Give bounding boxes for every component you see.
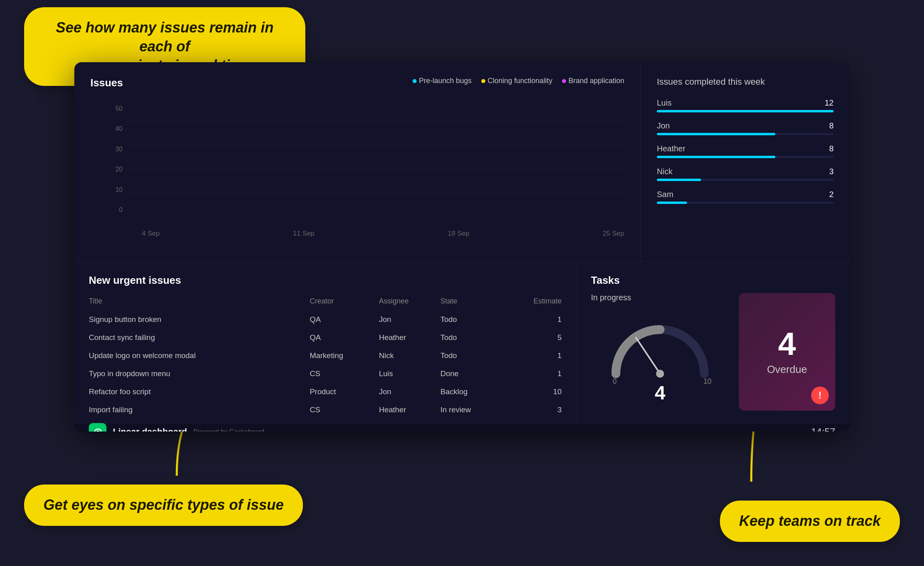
person-row-jon: Jon 8 xyxy=(657,121,834,135)
cell-assignee: Luis xyxy=(379,365,440,383)
legend-label-brand: Brand application xyxy=(568,77,624,85)
cell-creator: QA xyxy=(310,329,379,347)
x-label-11sep: 11 Sep xyxy=(293,230,315,238)
person-count-sam: 2 xyxy=(829,190,834,199)
gauge-number: 4 xyxy=(655,382,666,404)
cell-creator: QA xyxy=(310,311,379,329)
tasks-title: Tasks xyxy=(591,274,835,287)
chart-panel: Issues Pre-launch bugs Cloning functiona… xyxy=(74,62,641,262)
person-name-heather: Heather xyxy=(657,144,685,153)
cell-creator: CS xyxy=(310,401,379,419)
person-bar-track-nick xyxy=(657,179,834,181)
col-title: Title xyxy=(89,295,310,311)
cell-title: Update logo on welcome modal xyxy=(89,347,310,365)
cell-assignee: Heather xyxy=(379,401,440,419)
col-creator: Creator xyxy=(310,295,379,311)
col-state: State xyxy=(440,295,503,311)
footer-time: 14:57 xyxy=(811,426,835,432)
y-label-30: 30 xyxy=(115,146,123,153)
person-bar-fill-luis xyxy=(657,110,834,112)
table-row: Signup button broken QA Jon Todo 1 xyxy=(89,311,562,329)
cell-title: Contact sync failing xyxy=(89,329,310,347)
cell-state: Todo xyxy=(440,347,503,365)
y-label-10: 10 xyxy=(115,186,123,193)
legend-dot-cloning xyxy=(481,79,485,83)
x-label-4sep: 4 Sep xyxy=(142,230,159,238)
person-bar-fill-nick xyxy=(657,179,701,181)
cell-title: Refactor foo script xyxy=(89,383,310,401)
overdue-label: Overdue xyxy=(767,363,807,376)
top-section: Issues Pre-launch bugs Cloning functiona… xyxy=(74,62,850,262)
cell-estimate: 5 xyxy=(503,329,562,347)
cell-estimate: 3 xyxy=(503,401,562,419)
person-bar-fill-jon xyxy=(657,133,775,135)
col-assignee: Assignee xyxy=(379,295,440,311)
svg-text:10: 10 xyxy=(703,377,711,385)
person-row-heather: Heather 8 xyxy=(657,144,834,158)
completed-title: Issues completed this week xyxy=(657,77,834,87)
person-name-sam: Sam xyxy=(657,190,673,199)
table-row: Import failing CS Heather In review 3 xyxy=(89,401,562,419)
table-row: Refactor foo script Product Jon Backlog … xyxy=(89,383,562,401)
issues-panel-title: New urgent issues xyxy=(89,274,562,287)
dashboard: Issues Pre-launch bugs Cloning functiona… xyxy=(74,62,850,432)
col-estimate: Estimate xyxy=(503,295,562,311)
cell-state: Todo xyxy=(440,329,503,347)
cell-estimate: 1 xyxy=(503,347,562,365)
svg-text:0: 0 xyxy=(613,377,617,385)
cell-assignee: Jon xyxy=(379,383,440,401)
chart-inner: 50 40 30 20 10 0 xyxy=(108,97,624,234)
person-row-luis: Luis 12 xyxy=(657,98,834,112)
gauge-container: In progress 0 xyxy=(591,293,729,411)
table-row: Typo in dropdown menu CS Luis Done 1 xyxy=(89,365,562,383)
gauge-svg: 0 10 xyxy=(604,314,716,386)
footer-left: ◎ Linear dashboard Powered by Geckoboard xyxy=(89,423,264,432)
legend-dot-prelaunch xyxy=(413,79,417,83)
cell-creator: Product xyxy=(310,383,379,401)
person-row-sam: Sam 2 xyxy=(657,190,834,204)
legend-item-prelaunch: Pre-launch bugs xyxy=(413,77,472,85)
tasks-content: In progress 0 xyxy=(591,293,835,411)
overdue-card: 4 Overdue ! xyxy=(739,293,835,411)
person-bar-fill-heather xyxy=(657,156,775,158)
footer-app-name: Linear dashboard xyxy=(113,427,187,432)
svg-point-8 xyxy=(656,370,664,378)
cell-state: Done xyxy=(440,365,503,383)
person-bar-track-heather xyxy=(657,156,834,158)
x-label-18sep: 18 Sep xyxy=(448,230,470,238)
overdue-count: 4 xyxy=(778,328,796,360)
overdue-alert-icon: ! xyxy=(811,387,829,404)
footer-powered-by: Powered by Geckoboard xyxy=(194,428,264,432)
cell-estimate: 1 xyxy=(503,311,562,329)
cell-creator: CS xyxy=(310,365,379,383)
y-label-20: 20 xyxy=(115,166,123,173)
x-label-25sep: 25 Sep xyxy=(603,230,624,238)
y-label-40: 40 xyxy=(115,125,123,132)
y-label-0: 0 xyxy=(119,206,123,214)
x-axis-labels: 4 Sep 11 Sep 18 Sep 25 Sep xyxy=(142,230,624,238)
completed-panel: Issues completed this week Luis 12 Jon 8 xyxy=(641,62,850,262)
person-row-nick: Nick 3 xyxy=(657,167,834,181)
person-name-jon: Jon xyxy=(657,121,670,130)
y-axis-labels: 50 40 30 20 10 0 xyxy=(108,105,123,214)
cell-title: Signup button broken xyxy=(89,311,310,329)
bottom-section: New urgent issues Title Creator Assignee… xyxy=(74,262,850,423)
table-row: Contact sync failing QA Heather Todo 5 xyxy=(89,329,562,347)
legend-label-cloning: Cloning functionality xyxy=(488,77,552,85)
legend-dot-brand xyxy=(562,79,566,83)
cell-title: Import failing xyxy=(89,401,310,419)
gauge-wrap: 0 10 4 xyxy=(591,306,729,411)
cell-estimate: 1 xyxy=(503,365,562,383)
person-count-heather: 8 xyxy=(829,144,834,153)
person-bar-fill-sam xyxy=(657,202,687,204)
person-bar-track-sam xyxy=(657,202,834,204)
legend-item-cloning: Cloning functionality xyxy=(481,77,552,85)
person-count-jon: 8 xyxy=(829,121,834,130)
cell-assignee: Heather xyxy=(379,329,440,347)
legend-item-brand: Brand application xyxy=(562,77,624,85)
cell-creator: Marketing xyxy=(310,347,379,365)
person-name-luis: Luis xyxy=(657,98,672,108)
cell-title: Typo in dropdown menu xyxy=(89,365,310,383)
cell-state: Backlog xyxy=(440,383,503,401)
cell-estimate: 10 xyxy=(503,383,562,401)
